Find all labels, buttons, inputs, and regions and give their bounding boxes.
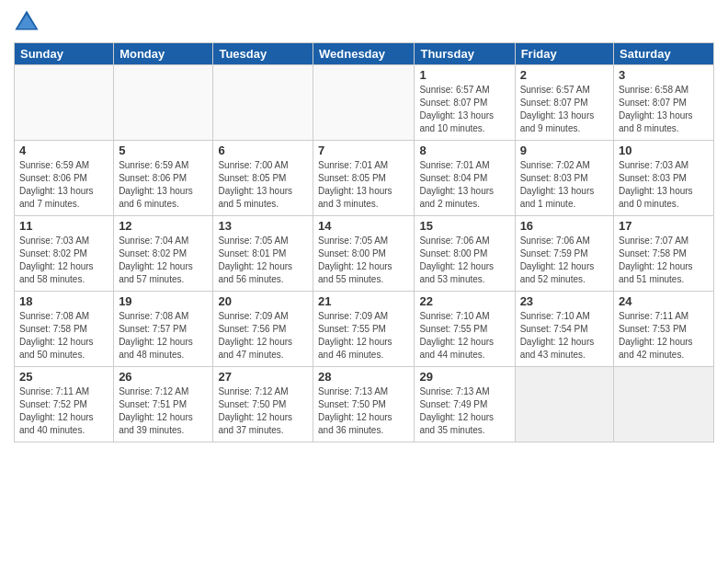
- calendar-cell: 14Sunrise: 7:05 AM Sunset: 8:00 PM Dayli…: [313, 216, 415, 292]
- day-number: 17: [619, 219, 709, 233]
- calendar-cell: 3Sunrise: 6:58 AM Sunset: 8:07 PM Daylig…: [614, 65, 714, 141]
- day-number: 6: [218, 144, 308, 157]
- day-number: 21: [318, 294, 409, 308]
- day-info: Sunrise: 7:01 AM Sunset: 8:04 PM Dayligh…: [419, 159, 509, 211]
- day-info: Sunrise: 7:09 AM Sunset: 7:56 PM Dayligh…: [218, 310, 308, 362]
- day-info: Sunrise: 7:01 AM Sunset: 8:05 PM Dayligh…: [318, 159, 409, 211]
- day-info: Sunrise: 7:13 AM Sunset: 7:50 PM Dayligh…: [318, 385, 409, 437]
- day-info: Sunrise: 7:12 AM Sunset: 7:51 PM Dayligh…: [119, 385, 208, 437]
- calendar-cell: [614, 367, 714, 442]
- calendar-cell: [213, 65, 313, 141]
- day-number: 10: [619, 144, 709, 157]
- calendar-cell: 23Sunrise: 7:10 AM Sunset: 7:54 PM Dayli…: [515, 292, 613, 367]
- day-number: 27: [218, 370, 308, 384]
- day-number: 19: [119, 294, 208, 308]
- day-number: 4: [19, 144, 108, 157]
- calendar-cell: 12Sunrise: 7:04 AM Sunset: 8:02 PM Dayli…: [114, 216, 213, 292]
- week-row-0: 1Sunrise: 6:57 AM Sunset: 8:07 PM Daylig…: [15, 65, 714, 141]
- day-info: Sunrise: 7:06 AM Sunset: 8:00 PM Dayligh…: [419, 235, 509, 286]
- calendar-cell: 25Sunrise: 7:11 AM Sunset: 7:52 PM Dayli…: [15, 367, 114, 442]
- calendar-cell: [15, 65, 114, 141]
- day-info: Sunrise: 7:09 AM Sunset: 7:55 PM Dayligh…: [318, 310, 409, 362]
- calendar-cell: 8Sunrise: 7:01 AM Sunset: 8:04 PM Daylig…: [415, 141, 515, 216]
- day-number: 24: [619, 294, 709, 308]
- calendar-cell: 4Sunrise: 6:59 AM Sunset: 8:06 PM Daylig…: [15, 141, 114, 216]
- calendar: SundayMondayTuesdayWednesdayThursdayFrid…: [14, 42, 714, 442]
- day-info: Sunrise: 7:03 AM Sunset: 8:02 PM Dayligh…: [19, 235, 108, 286]
- calendar-cell: 21Sunrise: 7:09 AM Sunset: 7:55 PM Dayli…: [313, 292, 415, 367]
- day-number: 20: [218, 294, 308, 308]
- day-info: Sunrise: 6:57 AM Sunset: 8:07 PM Dayligh…: [419, 84, 509, 135]
- day-info: Sunrise: 7:02 AM Sunset: 8:03 PM Dayligh…: [520, 159, 609, 211]
- logo-icon: [14, 9, 40, 35]
- day-info: Sunrise: 7:04 AM Sunset: 8:02 PM Dayligh…: [119, 235, 208, 286]
- weekday-header-row: SundayMondayTuesdayWednesdayThursdayFrid…: [15, 43, 714, 65]
- day-info: Sunrise: 7:10 AM Sunset: 7:54 PM Dayligh…: [520, 310, 609, 362]
- calendar-cell: [114, 65, 213, 141]
- calendar-cell: 24Sunrise: 7:11 AM Sunset: 7:53 PM Dayli…: [614, 292, 714, 367]
- calendar-cell: [313, 65, 415, 141]
- day-info: Sunrise: 7:03 AM Sunset: 8:03 PM Dayligh…: [619, 159, 709, 211]
- day-number: 7: [318, 144, 409, 157]
- day-info: Sunrise: 7:11 AM Sunset: 7:53 PM Dayligh…: [619, 310, 709, 362]
- calendar-cell: 10Sunrise: 7:03 AM Sunset: 8:03 PM Dayli…: [614, 141, 714, 216]
- day-number: 16: [520, 219, 609, 233]
- day-info: Sunrise: 7:13 AM Sunset: 7:49 PM Dayligh…: [419, 385, 509, 437]
- weekday-header-monday: Monday: [114, 43, 213, 65]
- day-number: 5: [119, 144, 208, 157]
- calendar-cell: 29Sunrise: 7:13 AM Sunset: 7:49 PM Dayli…: [415, 367, 515, 442]
- day-number: 23: [520, 294, 609, 308]
- calendar-cell: 2Sunrise: 6:57 AM Sunset: 8:07 PM Daylig…: [515, 65, 613, 141]
- page: SundayMondayTuesdayWednesdayThursdayFrid…: [0, 0, 728, 563]
- day-number: 2: [520, 68, 609, 82]
- calendar-cell: 27Sunrise: 7:12 AM Sunset: 7:50 PM Dayli…: [213, 367, 313, 442]
- calendar-cell: 5Sunrise: 6:59 AM Sunset: 8:06 PM Daylig…: [114, 141, 213, 216]
- calendar-cell: 11Sunrise: 7:03 AM Sunset: 8:02 PM Dayli…: [15, 216, 114, 292]
- day-info: Sunrise: 7:11 AM Sunset: 7:52 PM Dayligh…: [19, 385, 108, 437]
- calendar-cell: 18Sunrise: 7:08 AM Sunset: 7:58 PM Dayli…: [15, 292, 114, 367]
- day-number: 15: [419, 219, 509, 233]
- day-number: 13: [218, 219, 308, 233]
- weekday-header-wednesday: Wednesday: [313, 43, 415, 65]
- weekday-header-tuesday: Tuesday: [213, 43, 313, 65]
- calendar-cell: 7Sunrise: 7:01 AM Sunset: 8:05 PM Daylig…: [313, 141, 415, 216]
- day-number: 22: [419, 294, 509, 308]
- day-info: Sunrise: 6:59 AM Sunset: 8:06 PM Dayligh…: [19, 159, 108, 211]
- calendar-cell: 16Sunrise: 7:06 AM Sunset: 7:59 PM Dayli…: [515, 216, 613, 292]
- weekday-header-saturday: Saturday: [614, 43, 714, 65]
- day-info: Sunrise: 6:59 AM Sunset: 8:06 PM Dayligh…: [119, 159, 208, 211]
- calendar-cell: 15Sunrise: 7:06 AM Sunset: 8:00 PM Dayli…: [415, 216, 515, 292]
- week-row-2: 11Sunrise: 7:03 AM Sunset: 8:02 PM Dayli…: [15, 216, 714, 292]
- calendar-cell: 13Sunrise: 7:05 AM Sunset: 8:01 PM Dayli…: [213, 216, 313, 292]
- calendar-cell: 17Sunrise: 7:07 AM Sunset: 7:58 PM Dayli…: [614, 216, 714, 292]
- weekday-header-sunday: Sunday: [15, 43, 114, 65]
- day-info: Sunrise: 7:08 AM Sunset: 7:57 PM Dayligh…: [119, 310, 208, 362]
- day-number: 25: [19, 370, 108, 384]
- calendar-cell: 19Sunrise: 7:08 AM Sunset: 7:57 PM Dayli…: [114, 292, 213, 367]
- weekday-header-friday: Friday: [515, 43, 613, 65]
- calendar-cell: 6Sunrise: 7:00 AM Sunset: 8:05 PM Daylig…: [213, 141, 313, 216]
- day-number: 8: [419, 144, 509, 157]
- day-number: 14: [318, 219, 409, 233]
- week-row-4: 25Sunrise: 7:11 AM Sunset: 7:52 PM Dayli…: [15, 367, 714, 442]
- day-number: 3: [619, 68, 709, 82]
- calendar-cell: 26Sunrise: 7:12 AM Sunset: 7:51 PM Dayli…: [114, 367, 213, 442]
- day-info: Sunrise: 7:05 AM Sunset: 8:00 PM Dayligh…: [318, 235, 409, 286]
- calendar-cell: 20Sunrise: 7:09 AM Sunset: 7:56 PM Dayli…: [213, 292, 313, 367]
- day-info: Sunrise: 7:06 AM Sunset: 7:59 PM Dayligh…: [520, 235, 609, 286]
- calendar-cell: 9Sunrise: 7:02 AM Sunset: 8:03 PM Daylig…: [515, 141, 613, 216]
- day-number: 11: [19, 219, 108, 233]
- day-number: 1: [419, 68, 509, 82]
- day-info: Sunrise: 7:00 AM Sunset: 8:05 PM Dayligh…: [218, 159, 308, 211]
- day-info: Sunrise: 6:57 AM Sunset: 8:07 PM Dayligh…: [520, 84, 609, 135]
- day-number: 28: [318, 370, 409, 384]
- calendar-cell: 1Sunrise: 6:57 AM Sunset: 8:07 PM Daylig…: [415, 65, 515, 141]
- day-number: 18: [19, 294, 108, 308]
- day-number: 12: [119, 219, 208, 233]
- day-info: Sunrise: 6:58 AM Sunset: 8:07 PM Dayligh…: [619, 84, 709, 135]
- day-info: Sunrise: 7:10 AM Sunset: 7:55 PM Dayligh…: [419, 310, 509, 362]
- day-info: Sunrise: 7:05 AM Sunset: 8:01 PM Dayligh…: [218, 235, 308, 286]
- day-info: Sunrise: 7:07 AM Sunset: 7:58 PM Dayligh…: [619, 235, 709, 286]
- day-number: 26: [119, 370, 208, 384]
- week-row-1: 4Sunrise: 6:59 AM Sunset: 8:06 PM Daylig…: [15, 141, 714, 216]
